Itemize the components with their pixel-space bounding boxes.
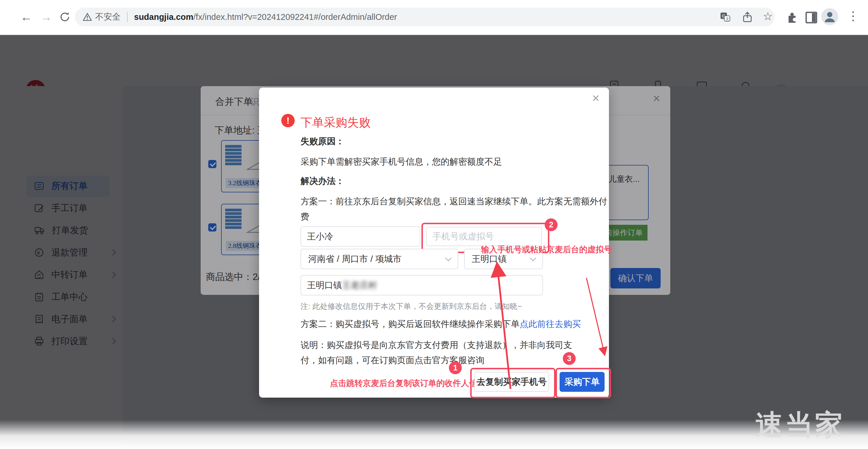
phone-annotation: 输入手机号或粘贴京麦后台的虚拟号 — [481, 244, 612, 255]
address-masked: 王老庄村 — [342, 279, 377, 291]
copy-buyer-phone-button[interactable]: 去复制买家手机号 — [474, 372, 549, 392]
url-path: /fx/index.html?v=202412092241#/orderAdmi… — [193, 12, 397, 22]
address-prefix: 王明口镇 — [307, 279, 342, 291]
purchase-failed-modal: × ! 下单采购失败 失败原因： 采购下单需解密买家手机号信息，您的解密额度不足… — [259, 88, 609, 397]
alert-icon: ! — [281, 114, 295, 127]
side-panel-icon[interactable] — [806, 12, 817, 23]
form-note: 注: 此处修改信息仅用于本次下单，不会更新到京东后台，请知晓~ — [301, 301, 522, 312]
copy-annotation: 点击跳转京麦后台复制该订单的收件人信息 — [330, 378, 486, 389]
phone-input[interactable] — [426, 227, 542, 246]
browser-chrome: ← → 不安全 sudangjia.com/fx/index.html?v=20… — [0, 0, 868, 35]
menu-dots-icon[interactable]: ⋮ — [847, 9, 859, 23]
plan1-text: 方案一：前往京东后台复制买家信息，返回速当家继续下单。此方案无需额外付费 — [301, 194, 607, 224]
share-icon[interactable] — [742, 12, 752, 23]
bookmark-star-icon[interactable]: ☆ — [763, 10, 773, 23]
reason-text: 采购下单需解密买家手机号信息，您的解密额度不足 — [301, 154, 502, 169]
not-secure-icon — [83, 13, 92, 21]
watermark: 速当家 — [755, 406, 845, 444]
region-select[interactable]: 河南省 / 周口市 / 项城市 — [301, 249, 458, 269]
svg-text:文: 文 — [725, 17, 729, 21]
plan2-text: 方案二：购买虚拟号，购买后返回软件继续操作采购下单 — [301, 319, 520, 329]
address-input[interactable]: 王明口镇王老庄村 — [301, 275, 543, 295]
step-badge-2: 2 — [545, 218, 558, 231]
url-bar[interactable]: 不安全 sudangjia.com/fx/index.html?v=202412… — [75, 8, 775, 26]
solution-label: 解决办法： — [301, 175, 344, 187]
avatar[interactable] — [821, 8, 838, 25]
forward-icon[interactable]: → — [40, 11, 52, 23]
region-value: 河南省 / 周口市 / 项城市 — [308, 253, 402, 265]
step-badge-3: 3 — [563, 352, 576, 365]
reason-label: 失败原因： — [301, 135, 344, 148]
security-label[interactable]: 不安全 — [95, 11, 121, 23]
purchase-order-button[interactable]: 采购下单 — [560, 372, 604, 392]
url-domain: sudangjia.com — [134, 12, 193, 22]
extensions-icon[interactable] — [786, 12, 798, 23]
step-badge-1: 1 — [449, 361, 462, 374]
plan2-line: 方案二：购买虚拟号，购买后返回软件继续操作采购下单点此前往去购买 — [301, 318, 581, 330]
chevron-down-icon — [445, 255, 452, 262]
close-icon[interactable]: × — [592, 92, 599, 104]
reload-icon[interactable] — [59, 11, 71, 23]
back-icon[interactable]: ← — [21, 11, 32, 23]
translate-icon[interactable]: G 文 — [720, 12, 730, 22]
receiver-name-input[interactable] — [301, 226, 420, 247]
buy-virtual-link[interactable]: 点此前往去购买 — [520, 319, 581, 329]
divider — [127, 12, 128, 22]
modal-title: 下单采购失败 — [301, 115, 371, 130]
chevron-down-icon — [530, 255, 536, 262]
statement-text: 说明：购买虚拟号是向京东官方支付费用（支持退款），并非向我司支付，如有问题，可在… — [301, 338, 588, 368]
